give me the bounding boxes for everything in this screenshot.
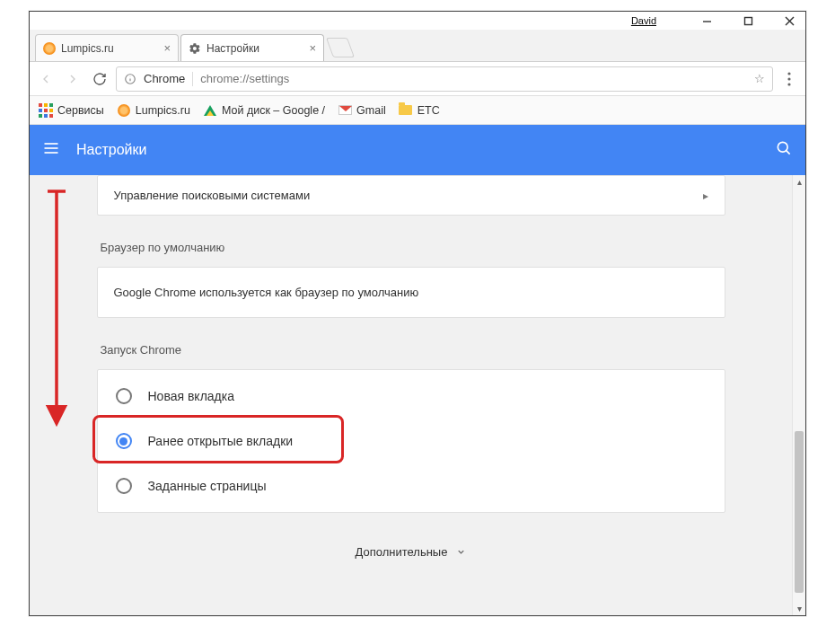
manage-search-engines-row[interactable]: Управление поисковыми системами ▸ [98,176,725,215]
gmail-icon [338,103,352,118]
bookmark-folder-etc[interactable]: ETC [399,103,440,118]
chevron-right-icon: ▸ [703,190,708,202]
radio-label: Заданные страницы [148,479,267,493]
radio-icon [116,433,132,449]
row-label: Управление поисковыми системами [114,189,311,202]
nav-reload-button[interactable] [89,68,110,90]
default-browser-info: Google Chrome используется как браузер п… [97,267,725,318]
advanced-label: Дополнительные [356,545,448,559]
bookmark-label: Lumpics.ru [136,104,190,117]
address-bar: Chrome chrome://settings ☆ [30,62,805,96]
chevron-down-icon [456,547,466,557]
vertical-scrollbar[interactable]: ▴ ▾ [792,175,805,615]
nav-back-button[interactable] [35,68,57,90]
settings-content: Управление поисковыми системами ▸ Браузе… [30,175,805,615]
radio-continue-where-left-off[interactable]: Ранее открытые вкладки [98,419,725,463]
info-text: Google Chrome используется как браузер п… [114,286,419,299]
bookmark-label: Gmail [356,104,386,117]
title-bar: David [30,12,805,30]
window-close-button[interactable] [777,13,802,29]
apps-shortcut[interactable]: Сервисы [39,103,104,118]
window-maximize-button[interactable] [735,13,760,29]
profile-label[interactable]: David [631,15,656,26]
nav-forward-button[interactable] [62,68,84,90]
radio-new-tab[interactable]: Новая вкладка [98,374,725,419]
bookmark-gdrive[interactable]: Мой диск – Google / [203,103,325,118]
svg-point-9 [787,83,790,85]
svg-point-8 [787,77,790,80]
url-path: chrome://settings [200,72,289,85]
bookmarks-bar: Сервисы Lumpics.ru Мой диск – Google / G… [30,96,805,125]
scrollbar-thumb[interactable] [795,431,804,593]
page-title: Настройки [76,142,146,158]
omnibox[interactable]: Chrome chrome://settings ☆ [116,66,773,92]
bookmark-lumpics[interactable]: Lumpics.ru [117,103,190,118]
new-tab-button[interactable] [326,38,355,57]
bookmark-gmail[interactable]: Gmail [338,103,386,118]
settings-header: Настройки [30,125,805,175]
svg-line-14 [787,151,790,154]
search-icon[interactable] [775,139,793,161]
apps-grid-icon [39,103,53,118]
svg-point-13 [778,142,787,152]
separator [192,72,193,86]
lumpics-icon [117,103,131,118]
gdrive-icon [203,103,217,118]
svg-rect-1 [744,17,752,24]
on-startup-card: Новая вкладка Ранее открытые вкладки Зад… [97,369,725,513]
gear-icon [189,42,201,55]
close-icon[interactable]: × [309,41,316,55]
close-icon[interactable]: × [163,41,171,55]
radio-label: Ранее открытые вкладки [148,434,294,448]
radio-icon [116,478,132,494]
advanced-toggle[interactable]: Дополнительные [97,545,725,559]
scroll-up-arrow[interactable]: ▴ [793,175,805,189]
bookmark-label: ETC [418,104,440,117]
menu-icon[interactable] [42,139,60,161]
search-engines-card: Управление поисковыми системами ▸ [97,175,725,216]
window-minimize-button[interactable] [694,13,719,29]
radio-label: Новая вкладка [148,389,235,403]
radio-icon [116,388,132,404]
url-origin: Chrome [144,72,185,85]
tab-lumpics[interactable]: Lumpics.ru × [35,34,179,61]
tab-title: Настройки [207,42,259,55]
tabs-row: Lumpics.ru × Настройки × [30,30,805,62]
lumpics-icon [43,42,56,55]
bookmark-star-icon[interactable]: ☆ [754,72,765,85]
section-on-startup: Запуск Chrome [101,343,722,357]
browser-window: David Lumpics.ru × Настройки × [29,11,806,616]
scroll-down-arrow[interactable]: ▾ [793,602,805,615]
radio-specific-pages[interactable]: Заданные страницы [98,463,725,508]
bookmark-label: Сервисы [57,104,104,117]
info-icon [124,73,136,85]
tab-title: Lumpics.ru [61,42,114,55]
tab-settings[interactable]: Настройки × [180,34,324,61]
browser-menu-button[interactable] [778,68,800,90]
bookmark-label: Мой диск – Google / [222,104,325,117]
folder-icon [399,103,413,118]
section-default-browser: Браузер по умолчанию [101,241,722,254]
svg-point-7 [787,72,790,75]
